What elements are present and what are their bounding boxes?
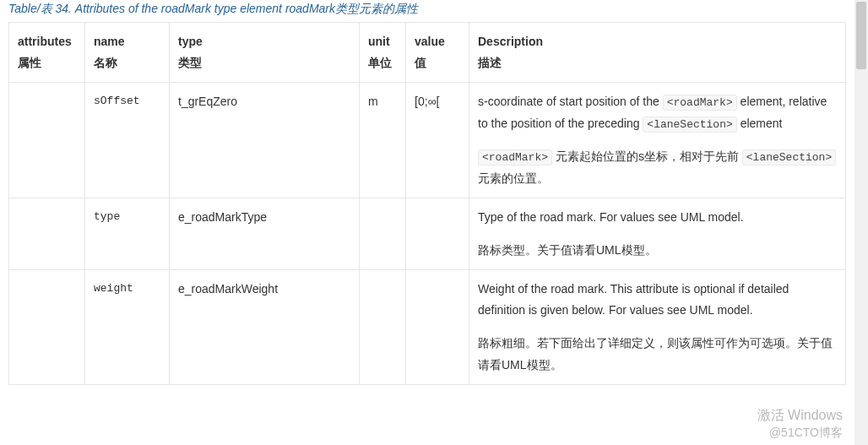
cell-name: type xyxy=(85,198,170,269)
th-type: type 类型 xyxy=(170,23,360,83)
cell-value xyxy=(406,270,469,385)
desc-zh-mid: 元素起始位置的s坐标，相对于先前 xyxy=(556,149,742,163)
content: Table/表 34. Attributes of the roadMark t… xyxy=(0,0,854,419)
th-value: value 值 xyxy=(406,23,469,83)
cell-desc: Type of the road mark. For values see UM… xyxy=(469,198,846,269)
th-name-en: name xyxy=(94,35,125,48)
th-type-en: type xyxy=(178,35,203,48)
cell-attributes xyxy=(9,83,85,198)
th-type-zh: 类型 xyxy=(178,56,202,69)
cell-desc: Weight of the road mark. This attribute … xyxy=(469,270,846,385)
th-desc: Description 描述 xyxy=(469,23,846,83)
cell-unit: m xyxy=(360,83,406,198)
table-row: sOffset t_grEqZero m [0;∞[ s-coordinate … xyxy=(9,83,846,198)
code-lanesection: <laneSection> xyxy=(643,117,736,133)
desc-en: Weight of the road mark. This attribute … xyxy=(478,279,837,321)
cell-value: [0;∞[ xyxy=(406,83,469,198)
code-lanesection: <laneSection> xyxy=(742,149,836,166)
cell-unit xyxy=(360,198,406,269)
code-roadmark: <roadMark> xyxy=(478,149,552,166)
table-header-row: attributes 属性 name 名称 type 类型 unit xyxy=(9,23,846,83)
th-desc-zh: 描述 xyxy=(478,56,502,69)
scrollbar-track[interactable] xyxy=(854,0,868,445)
table-caption: Table/表 34. Attributes of the roadMark t… xyxy=(8,0,846,22)
th-unit-en: unit xyxy=(368,35,390,48)
table-row: weight e_roadMarkWeight Weight of the ro… xyxy=(9,270,846,385)
code-roadmark: <roadMark> xyxy=(663,95,737,111)
cell-unit xyxy=(360,270,406,385)
desc-zh: <roadMark> 元素起始位置的s坐标，相对于先前 <laneSection… xyxy=(478,146,837,189)
th-unit-zh: 单位 xyxy=(368,56,392,69)
desc-zh: 路标粗细。若下面给出了详细定义，则该属性可作为可选项。关于值请看UML模型。 xyxy=(478,333,837,375)
desc-zh: 路标类型。关于值请看UML模型。 xyxy=(478,240,837,261)
cell-attributes xyxy=(9,270,85,385)
cell-name: weight xyxy=(85,270,170,385)
cell-name: sOffset xyxy=(85,83,170,198)
cell-type: t_grEqZero xyxy=(170,83,360,198)
desc-en-post: element xyxy=(741,117,783,130)
desc-en-pre: s-coordinate of start position of the xyxy=(478,95,663,108)
table-row: type e_roadMarkType Type of the road mar… xyxy=(9,198,846,269)
desc-en: Type of the road mark. For values see UM… xyxy=(478,207,837,228)
scrollbar-thumb[interactable] xyxy=(856,2,866,69)
th-value-en: value xyxy=(415,35,445,48)
scroll-area: Table/表 34. Attributes of the roadMark t… xyxy=(0,0,854,445)
desc-en: s-coordinate of start position of the <r… xyxy=(478,91,837,134)
cell-attributes xyxy=(9,198,85,269)
th-unit: unit 单位 xyxy=(360,23,406,83)
cell-type: e_roadMarkWeight xyxy=(170,270,360,385)
th-value-zh: 值 xyxy=(415,56,426,69)
th-name-zh: 名称 xyxy=(94,56,117,69)
th-attributes: attributes 属性 xyxy=(9,23,85,83)
cell-type: e_roadMarkType xyxy=(170,198,360,269)
th-attributes-en: attributes xyxy=(18,35,72,48)
page-root: Table/表 34. Attributes of the roadMark t… xyxy=(0,0,868,445)
th-name: name 名称 xyxy=(85,23,170,83)
cell-value xyxy=(406,198,469,269)
desc-zh-post: 元素的位置。 xyxy=(478,171,549,185)
th-attributes-zh: 属性 xyxy=(18,56,41,69)
attributes-table: attributes 属性 name 名称 type 类型 unit xyxy=(8,22,846,385)
th-desc-en: Description xyxy=(478,35,543,48)
cell-desc: s-coordinate of start position of the <r… xyxy=(469,83,846,198)
